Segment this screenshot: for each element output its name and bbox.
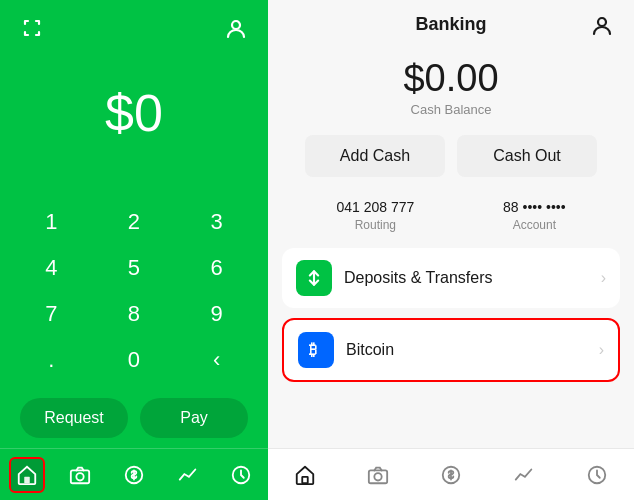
svg-text:₿: ₿ bbox=[309, 341, 317, 358]
right-panel: Banking $0.00 Cash Balance Add Cash Cash… bbox=[268, 0, 634, 500]
left-nav bbox=[0, 448, 268, 500]
menu-items: Deposits & Transfers › ₿ Bitcoin › bbox=[268, 244, 634, 448]
deposits-transfers-item[interactable]: Deposits & Transfers › bbox=[282, 248, 620, 308]
nav-home-right[interactable] bbox=[287, 457, 323, 493]
routing-label: Routing bbox=[355, 218, 396, 232]
amount-value: $0 bbox=[105, 83, 163, 143]
request-button[interactable]: Request bbox=[20, 398, 128, 438]
account-number: 88 •••• •••• bbox=[503, 199, 566, 215]
nav-camera-right[interactable] bbox=[360, 457, 396, 493]
balance-amount: $0.00 bbox=[403, 57, 498, 100]
right-nav bbox=[268, 448, 634, 500]
account-label: Account bbox=[513, 218, 556, 232]
keypad: 1 2 3 4 5 6 7 8 9 . 0 ‹ bbox=[0, 200, 268, 394]
key-4[interactable]: 4 bbox=[17, 246, 85, 290]
key-8[interactable]: 8 bbox=[100, 292, 168, 336]
svg-rect-10 bbox=[302, 476, 308, 482]
keypad-row-1: 1 2 3 bbox=[10, 200, 258, 244]
nav-chart-right[interactable] bbox=[506, 457, 542, 493]
key-9[interactable]: 9 bbox=[183, 292, 251, 336]
svg-rect-2 bbox=[24, 476, 30, 482]
nav-clock-right[interactable] bbox=[579, 457, 615, 493]
amount-display: $0 bbox=[0, 26, 268, 200]
nav-chart-left[interactable] bbox=[170, 457, 206, 493]
deposits-icon bbox=[296, 260, 332, 296]
svg-point-12 bbox=[374, 473, 381, 480]
nav-home-left[interactable] bbox=[9, 457, 45, 493]
key-7[interactable]: 7 bbox=[17, 292, 85, 336]
deposits-chevron: › bbox=[601, 269, 606, 287]
account-info: 88 •••• •••• Account bbox=[503, 199, 566, 232]
left-panel: $0 1 2 3 4 5 6 7 8 9 . 0 ‹ Request Pay bbox=[0, 0, 268, 500]
key-2[interactable]: 2 bbox=[100, 200, 168, 244]
nav-clock-left[interactable] bbox=[223, 457, 259, 493]
key-6[interactable]: 6 bbox=[183, 246, 251, 290]
bitcoin-icon: ₿ bbox=[298, 332, 334, 368]
nav-dollar-left[interactable] bbox=[116, 457, 152, 493]
keypad-row-2: 4 5 6 bbox=[10, 246, 258, 290]
bitcoin-item[interactable]: ₿ Bitcoin › bbox=[282, 318, 620, 382]
balance-label: Cash Balance bbox=[411, 102, 492, 117]
nav-dollar-right[interactable] bbox=[433, 457, 469, 493]
action-row: Request Pay bbox=[0, 394, 268, 448]
key-dot[interactable]: . bbox=[17, 338, 85, 382]
banking-title: Banking bbox=[415, 14, 486, 35]
right-header: Banking bbox=[268, 0, 634, 41]
deposits-label: Deposits & Transfers bbox=[344, 269, 493, 287]
key-1[interactable]: 1 bbox=[17, 200, 85, 244]
key-backspace[interactable]: ‹ bbox=[183, 338, 251, 382]
svg-point-7 bbox=[598, 18, 606, 26]
bitcoin-chevron: › bbox=[599, 341, 604, 359]
profile-icon-right[interactable] bbox=[588, 11, 616, 39]
nav-camera-left[interactable] bbox=[62, 457, 98, 493]
bank-info: 041 208 777 Routing 88 •••• •••• Account bbox=[268, 191, 634, 244]
bitcoin-label: Bitcoin bbox=[346, 341, 394, 359]
pay-button[interactable]: Pay bbox=[140, 398, 248, 438]
balance-section: $0.00 Cash Balance bbox=[268, 41, 634, 129]
keypad-row-3: 7 8 9 bbox=[10, 292, 258, 336]
routing-info: 041 208 777 Routing bbox=[336, 199, 414, 232]
add-cash-button[interactable]: Add Cash bbox=[305, 135, 445, 177]
key-5[interactable]: 5 bbox=[100, 246, 168, 290]
key-0[interactable]: 0 bbox=[100, 338, 168, 382]
keypad-row-4: . 0 ‹ bbox=[10, 338, 258, 382]
key-3[interactable]: 3 bbox=[183, 200, 251, 244]
routing-number: 041 208 777 bbox=[336, 199, 414, 215]
cash-out-button[interactable]: Cash Out bbox=[457, 135, 597, 177]
svg-point-4 bbox=[77, 473, 84, 480]
cash-actions: Add Cash Cash Out bbox=[268, 129, 634, 191]
